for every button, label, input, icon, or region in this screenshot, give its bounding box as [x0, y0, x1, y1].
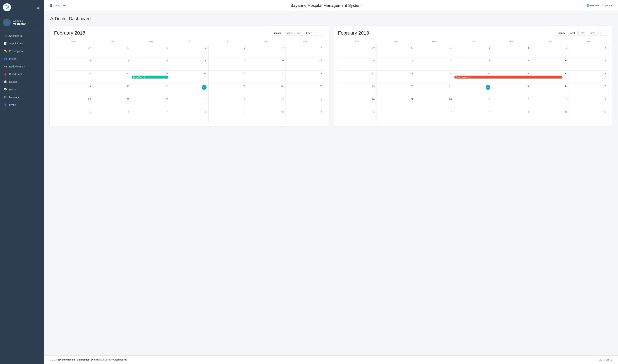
cal-day-cell[interactable]: 17	[247, 71, 286, 83]
cal-day-cell[interactable]: 6	[377, 58, 415, 71]
logo: 🩺	[3, 3, 11, 11]
sidebar-item-profile[interactable]: 👤 Profile	[0, 101, 44, 109]
day-number: 27	[410, 98, 413, 101]
cal-left-week-btn[interactable]: week	[284, 31, 294, 36]
cal-day-cell[interactable]: 13	[93, 71, 131, 83]
cal-day-cell[interactable]: 9	[492, 58, 531, 71]
cal-day-cell[interactable]: 21	[415, 83, 454, 96]
cal-day-cell[interactable]: 15Some notice title	[454, 71, 492, 83]
cal-day-cell[interactable]: 18	[569, 71, 608, 83]
cal-day-cell[interactable]: 13	[377, 71, 415, 83]
sidebar-item-report[interactable]: 📋 Report	[0, 78, 44, 86]
cal-day-cell[interactable]: 15	[170, 71, 209, 83]
cal-day-cell[interactable]: 22	[454, 83, 492, 96]
day-number: 4	[605, 46, 606, 49]
cal-day-cell[interactable]: 2	[208, 45, 247, 58]
cal-day-cell[interactable]: 12	[338, 71, 377, 83]
sidebar-item-dashboard[interactable]: 🖥 Dashboard	[0, 32, 44, 39]
cal-left-day-btn[interactable]: day	[295, 31, 303, 36]
cal-day-cell[interactable]: 7	[131, 58, 170, 71]
calendars-row: February 2018 month week day today ‹ › M…	[50, 26, 613, 127]
cal-day-cell: 1	[170, 96, 209, 109]
cal-day-cell[interactable]: 9	[208, 58, 247, 71]
cal-day-cell[interactable]: 3	[247, 45, 286, 58]
cal-day-cell[interactable]: 21	[131, 83, 170, 96]
cal-left-next-btn[interactable]: ›	[320, 31, 324, 36]
cal-day-cell: 31	[415, 45, 454, 58]
cal-day-cell[interactable]: 10	[531, 58, 569, 71]
cal-day-cell[interactable]: 28	[415, 96, 454, 109]
footer-developer[interactable]: Creativeitem	[113, 359, 127, 361]
sidebar-item-prescription[interactable]: 💊 Prescription	[0, 47, 44, 55]
cal-day-cell[interactable]: 4	[569, 45, 608, 58]
cal-day-cell[interactable]: 11	[569, 58, 608, 71]
website-button[interactable]: 🌐 Website	[587, 4, 599, 7]
cal-day-cell[interactable]: 2	[492, 45, 531, 58]
calendar-event[interactable]: Some notice title	[455, 76, 562, 78]
cal-day-cell[interactable]: 3	[531, 45, 569, 58]
nav-label-message: Message	[9, 96, 20, 99]
cal-day-cell[interactable]: 12	[54, 71, 93, 83]
cal-day-cell[interactable]: 25	[569, 83, 608, 96]
cal-day-cell[interactable]: 20	[93, 83, 131, 96]
sidebar-item-payroll[interactable]: 💬 Payroll	[0, 86, 44, 93]
sidebar-item-patient[interactable]: 👥 Patient	[0, 55, 44, 63]
day-number: 30	[127, 46, 129, 49]
cal-day-cell[interactable]: 23	[208, 83, 247, 96]
cal-day-header: Sun	[569, 39, 608, 45]
cal-day-cell[interactable]: 24	[531, 83, 569, 96]
sidebar-item-message[interactable]: ✉ Message	[0, 93, 44, 101]
cal-day-cell[interactable]: 25	[286, 83, 324, 96]
cal-day-cell[interactable]: 1	[454, 45, 492, 58]
cal-day-cell[interactable]: 145pMr Patient	[131, 71, 170, 83]
cal-day-cell[interactable]: 28	[131, 96, 170, 109]
cal-day-cell[interactable]: 8	[170, 58, 209, 71]
cal-left-prev-btn[interactable]: ‹	[315, 31, 319, 36]
cal-day-cell[interactable]: 27	[377, 96, 415, 109]
cal-right-month-btn[interactable]: month	[556, 31, 567, 36]
cal-day-cell[interactable]: 19	[54, 83, 93, 96]
cal-right-day-btn[interactable]: day	[579, 31, 587, 36]
cal-day-cell[interactable]: 27	[93, 96, 131, 109]
cal-left-today-btn[interactable]: today	[304, 31, 314, 36]
cal-day-cell[interactable]: 6	[93, 58, 131, 71]
mail-button[interactable]: ✉	[63, 4, 66, 7]
cal-day-cell[interactable]: 24	[247, 83, 286, 96]
cal-day-cell[interactable]: 16	[208, 71, 247, 83]
calendar-event[interactable]: 5pMr Patient	[132, 76, 168, 78]
doctor-button[interactable]: 👤 doctor	[50, 4, 60, 7]
cal-day-cell[interactable]: 23	[492, 83, 531, 96]
cal-day-cell[interactable]: 5	[54, 58, 93, 71]
cal-day-cell[interactable]: 5	[338, 58, 377, 71]
day-number: 1	[205, 98, 207, 101]
cal-day-cell[interactable]: 7	[415, 58, 454, 71]
logout-button[interactable]: Logout ➜	[602, 4, 613, 7]
day-number: 29	[372, 46, 374, 49]
cal-day-cell[interactable]: 11	[286, 58, 324, 71]
day-number: 7	[450, 111, 452, 113]
cal-right-next-btn[interactable]: ›	[604, 31, 608, 36]
sidebar-item-appointment[interactable]: 📝 Appointment ›	[0, 39, 44, 47]
cal-left-month-btn[interactable]: month	[272, 31, 283, 36]
cal-day-cell[interactable]: 8	[454, 58, 492, 71]
hamburger-button[interactable]: ☰	[35, 4, 41, 10]
cal-day-cell[interactable]: 10	[247, 58, 286, 71]
cal-day-cell[interactable]: 22	[170, 83, 209, 96]
day-number: 11	[320, 111, 322, 113]
footer-app-name[interactable]: Bayanno Hospital Management System	[57, 359, 99, 361]
doctor-label: doctor	[54, 4, 60, 7]
day-number: 9	[244, 59, 245, 62]
cal-right-prev-btn[interactable]: ‹	[599, 31, 603, 36]
cal-day-cell[interactable]: 4	[286, 45, 324, 58]
cal-day-cell[interactable]: 26	[54, 96, 93, 109]
cal-day-cell[interactable]: 20	[377, 83, 415, 96]
cal-right-today-btn[interactable]: today	[588, 31, 598, 36]
sidebar-item-bed-allotment[interactable]: 🛏 Bed Allotment	[0, 63, 44, 70]
cal-right-week-btn[interactable]: week	[568, 31, 578, 36]
cal-day-cell[interactable]: 19	[338, 83, 377, 96]
cal-day-cell[interactable]: 26	[338, 96, 377, 109]
cal-day-cell[interactable]: 14	[415, 71, 454, 83]
cal-day-cell[interactable]: 1	[170, 45, 209, 58]
sidebar-item-blood-bank[interactable]: 🩸 Blood Bank	[0, 70, 44, 78]
cal-day-cell[interactable]: 18	[286, 71, 324, 83]
